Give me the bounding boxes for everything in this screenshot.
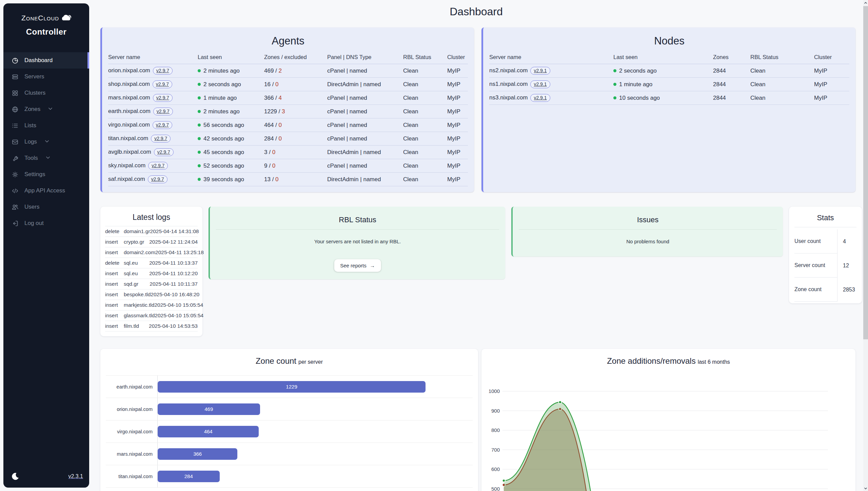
window-scrollbar[interactable] — [863, 0, 868, 491]
version-badge-link[interactable]: v2.9.1 — [530, 67, 550, 75]
agents-table-header: Server nameLast seenZones / excludedPane… — [108, 52, 468, 64]
version-badge-link[interactable]: v2.9.7 — [153, 121, 172, 129]
arrow-right-icon: → — [370, 263, 375, 268]
sidebar-item-label: App API Access — [24, 187, 65, 194]
log-timestamp: 2025-04-12 11:24:04 — [149, 239, 198, 245]
middle-row: Latest logs deletedomain1.gr2025-04-14 1… — [100, 207, 863, 336]
sidebar-item-zones[interactable]: Zones — [3, 101, 89, 117]
bar-value-label: 366 — [193, 451, 202, 457]
server-name: ns2.nixpal.com — [489, 67, 528, 74]
sidebar-item-settings[interactable]: Settings — [3, 166, 89, 183]
sidebar-item-log-out[interactable]: Log out — [3, 215, 89, 231]
nodes-table-row: ns2.nixpal.comv2.9.12 seconds ago2844Cle… — [489, 64, 849, 78]
sidebar-item-lists[interactable]: Lists — [3, 117, 89, 134]
version-badge-link[interactable]: v2.9.7 — [151, 135, 171, 143]
agents-panel: Agents Server nameLast seenZones / exclu… — [100, 27, 474, 192]
version-badge-link[interactable]: v2.9.7 — [148, 162, 168, 170]
log-domain: sql.eu — [124, 270, 149, 277]
sidebar-item-clusters[interactable]: Clusters — [3, 85, 89, 101]
excluded-count: 0 — [279, 135, 282, 142]
cluster-cell: MyIP — [447, 78, 468, 91]
server-name: earth.nixpal.com — [108, 108, 151, 114]
bar: 366 — [158, 448, 237, 460]
cluster-cell: MyIP — [447, 146, 468, 159]
cluster-cell: MyIP — [447, 105, 468, 118]
agents-table-row: shop.nixpal.comv2.9.72 seconds ago16 / 0… — [108, 78, 468, 91]
nodes-panel: Nodes Server nameLast seenZonesRBL Statu… — [481, 27, 855, 192]
latest-logs-card: Latest logs deletedomain1.gr2025-04-14 1… — [100, 207, 202, 336]
version-badge-link[interactable]: v2.9.1 — [530, 94, 550, 102]
nodes-table-row: ns3.nixpal.comv2.9.110 seconds ago2844Cl… — [489, 91, 849, 105]
log-action: insert — [105, 239, 124, 245]
version-badge-link[interactable]: v2.9.7 — [148, 175, 167, 183]
rbl-cell: Clean — [750, 78, 814, 91]
stat-label: Zone count — [794, 278, 837, 302]
scrollbar-up-arrow-icon[interactable] — [863, 0, 868, 6]
sidebar-item-tools[interactable]: Tools — [3, 150, 89, 166]
log-timestamp: 2025-04-14 14:31:08 — [150, 228, 199, 234]
app-version-link[interactable]: v2.3.1 — [68, 473, 83, 479]
log-action: insert — [105, 291, 124, 298]
last-seen-text: 2 minutes ago — [203, 108, 240, 115]
issues-card: Issues No problems found — [511, 207, 783, 257]
sidebar-item-dashboard[interactable]: Dashboard — [3, 52, 89, 69]
scrollbar-down-arrow-icon[interactable] — [863, 485, 868, 491]
version-badge-link[interactable]: v2.9.1 — [530, 80, 550, 88]
cloud-logo-icon — [60, 14, 71, 22]
divider — [794, 227, 856, 227]
stat-row: User count4 — [794, 229, 856, 253]
version-badge-link[interactable]: v2.9.7 — [153, 80, 172, 88]
last-seen-cell: 56 seconds ago — [198, 118, 264, 132]
version-badge-link[interactable]: v2.9.7 — [153, 67, 173, 75]
zone-additions-area-chart: 1000900800700600500 — [481, 371, 855, 491]
dark-mode-moon-icon[interactable] — [11, 472, 20, 481]
cluster-cell: MyIP — [447, 159, 468, 173]
log-domain: sqd.gr — [124, 281, 150, 287]
online-status-dot — [198, 83, 201, 86]
version-badge-link[interactable]: v2.9.7 — [153, 108, 173, 115]
version-badge-link[interactable]: v2.9.7 — [153, 94, 173, 102]
y-axis-tick-label: 800 — [491, 427, 500, 433]
online-status-dot — [198, 151, 201, 154]
online-status-dot — [198, 178, 201, 181]
column-header: RBL Status — [750, 52, 814, 64]
last-seen-cell: 52 seconds ago — [198, 159, 264, 173]
page-title: Dashboard — [89, 5, 863, 18]
sidebar-item-users[interactable]: Users — [3, 199, 89, 215]
panel-cell: DirectAdmin | named — [327, 173, 403, 186]
server-name: sky.nixpal.com — [108, 162, 145, 169]
panel-cell: DirectAdmin | named — [327, 146, 403, 159]
sidebar-item-logs[interactable]: Logs — [3, 134, 89, 150]
excluded-count: 0 — [275, 81, 278, 88]
divider — [216, 229, 499, 230]
server-cell: orion.nixpal.comv2.9.7 — [108, 64, 198, 78]
bar-value-label: 469 — [204, 406, 213, 412]
sidebar-item-app-api-access[interactable]: App API Access — [3, 183, 89, 199]
server-cell: ns1.nixpal.comv2.9.1 — [489, 78, 613, 91]
log-domain: bespoke.tld — [124, 291, 151, 298]
zones-cell: 1229 / 3 — [264, 105, 327, 118]
latest-logs-title: Latest logs — [105, 213, 198, 222]
cluster-cell: MyIP — [814, 78, 849, 91]
last-seen-cell: 2 minutes ago — [198, 64, 264, 78]
panel-cell: cPanel | named — [327, 105, 403, 118]
sidebar-item-servers[interactable]: Servers — [3, 69, 89, 85]
online-status-dot — [613, 83, 616, 86]
chart-title-main: Zone count — [256, 356, 296, 365]
log-timestamp: 2025-04-11 10:11:37 — [150, 281, 198, 287]
see-reports-button[interactable]: See reports → — [334, 259, 381, 272]
bar-chart-row: earth.nixpal.com1229 — [106, 376, 473, 398]
server-name: saf.nixpal.com — [108, 176, 145, 182]
scrollbar-thumb[interactable] — [863, 6, 868, 339]
top-row: Agents Server nameLast seenZones / exclu… — [100, 27, 863, 192]
zones-cell: 469 / 2 — [264, 64, 327, 78]
chart-title-sub: last 6 months — [698, 359, 730, 365]
chevron-down-icon — [46, 155, 50, 162]
sidebar-item-label: Settings — [24, 171, 45, 178]
bar-value-label: 284 — [184, 473, 193, 479]
rbl-status-title: RBL Status — [216, 215, 499, 224]
server-cell: avglb.nixpal.comv2.9.7 — [108, 146, 198, 159]
sidebar-item-label: Log out — [24, 220, 44, 227]
version-badge-link[interactable]: v2.9.7 — [154, 148, 174, 156]
agents-table-row: earth.nixpal.comv2.9.72 minutes ago1229 … — [108, 105, 468, 118]
